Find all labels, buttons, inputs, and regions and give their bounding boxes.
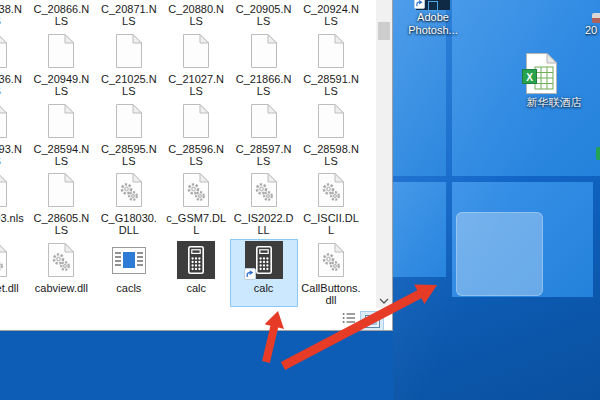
file-page-icon — [114, 0, 144, 1]
file-page-icon — [46, 170, 76, 210]
file-item[interactable]: C_21866.NLS — [231, 31, 297, 97]
file-item[interactable]: C_28591.NLS — [298, 31, 364, 97]
file-item[interactable]: C_20924.NLS — [298, 0, 364, 27]
dll-gears-icon — [46, 240, 76, 280]
photoshop-glyph — [428, 1, 438, 11]
large-icons-view-icon — [365, 315, 380, 328]
file-item[interactable]: C_20871.NLS — [96, 0, 162, 27]
file-label: C_28594.NLS — [31, 143, 91, 167]
file-item[interactable]: C_IS2022.DLL — [231, 170, 297, 236]
file-label: c_28603.nls — [0, 212, 24, 224]
file-item[interactable]: C_28597.NLS — [231, 101, 297, 167]
file-label: C_28593.NLS — [0, 143, 24, 167]
file-label: C_28597.NLS — [234, 143, 294, 167]
file-label: C_20838.NLS — [0, 3, 24, 27]
file-page-icon — [46, 0, 76, 1]
dll-gears-icon — [316, 240, 346, 280]
file-item[interactable]: C_ISCII.DLL — [298, 170, 364, 236]
dll-gears-icon — [114, 170, 144, 210]
file-page-icon — [249, 0, 279, 1]
details-view-icon — [342, 312, 356, 324]
file-page-icon — [249, 101, 279, 141]
svg-text:X: X — [526, 72, 533, 83]
photoshop-shortcut-label[interactable]: Adobe Photosh... — [400, 11, 466, 37]
partial-desktop-label: 20 — [585, 24, 600, 37]
partial-excel-icon-sliver — [596, 147, 600, 160]
file-item[interactable]: C_28594.NLS — [28, 101, 94, 167]
file-item[interactable]: C_28605.NLS — [28, 170, 94, 236]
file-label: C_ISCII.DLL — [301, 212, 361, 236]
file-label: C_20949.NLS — [31, 73, 91, 97]
dll-gears-icon — [0, 240, 9, 280]
label-line: Adobe — [400, 11, 466, 24]
file-page-icon — [46, 101, 76, 141]
file-item[interactable]: CallButtons.dll — [298, 240, 364, 306]
photoshop-shortcut-icon[interactable] — [416, 0, 450, 10]
file-label: C_20924.NLS — [301, 3, 361, 27]
app-window-icon — [112, 240, 146, 280]
file-item[interactable]: C_20949.NLS — [28, 31, 94, 97]
file-label: C_21866.NLS — [234, 73, 294, 97]
file-label: calc — [234, 282, 294, 294]
file-item[interactable]: C_28595.NLS — [96, 101, 162, 167]
file-page-icon — [0, 170, 9, 210]
file-page-icon — [0, 0, 9, 1]
file-item[interactable]: cabview.dll — [28, 240, 94, 306]
file-page-icon — [46, 31, 76, 71]
file-label: CallButtons.dll — [301, 282, 361, 306]
file-item[interactable]: C_20838.NLS — [0, 0, 27, 27]
wallpaper-pane — [393, 182, 446, 277]
file-page-icon — [249, 31, 279, 71]
excel-file-icon[interactable]: X — [522, 52, 559, 95]
file-label: C_28595.NLS — [99, 143, 159, 167]
file-label: C_20905.NLS — [234, 3, 294, 27]
dll-gears-icon — [249, 170, 279, 210]
calculator-icon — [177, 240, 215, 280]
file-item[interactable]: cacls — [96, 240, 162, 306]
file-page-icon — [316, 31, 346, 71]
file-page-icon — [0, 101, 9, 141]
dll-gears-icon — [316, 170, 346, 210]
file-label: cabinet.dll — [0, 282, 24, 294]
shortcut-arrow-icon — [244, 268, 256, 280]
file-item[interactable]: cabinet.dll — [0, 240, 27, 306]
shortcut-arrow-icon — [414, 0, 425, 9]
file-item[interactable]: C_20936.NLS — [0, 31, 27, 97]
file-item[interactable]: C_20905.NLS — [231, 0, 297, 27]
scrollbar-down-button[interactable] — [376, 294, 392, 308]
file-item[interactable]: C_20866.NLS — [28, 0, 94, 27]
label-line: Photosh... — [400, 24, 466, 37]
file-page-icon — [181, 0, 211, 1]
details-view-button[interactable] — [340, 310, 357, 326]
chevron-down-icon — [379, 298, 389, 304]
calculator-shortcut-icon — [245, 240, 283, 280]
file-item[interactable]: c_GSM7.DLL — [163, 170, 229, 236]
file-item[interactable]: C_G18030.DLL — [96, 170, 162, 236]
file-page-icon — [181, 101, 211, 141]
file-item[interactable]: C_20880.NLS — [163, 0, 229, 27]
file-item[interactable]: C_28598.NLS — [298, 101, 364, 167]
file-page-icon — [114, 101, 144, 141]
file-label: C_28591.NLS — [301, 73, 361, 97]
file-item[interactable]: C_21025.NLS — [96, 31, 162, 97]
file-label: C_20936.NLS — [0, 73, 24, 97]
translucent-tile[interactable] — [456, 212, 543, 296]
large-icons-view-button[interactable] — [361, 312, 383, 330]
partial-desktop-icon — [592, 13, 600, 23]
file-item[interactable]: calc — [231, 240, 297, 306]
file-item[interactable]: C_21027.NLS — [163, 31, 229, 97]
file-label: C_28605.NLS — [31, 212, 91, 236]
excel-file-label[interactable]: 新华联酒店 — [519, 96, 589, 109]
file-label: c_GSM7.DLL — [166, 212, 226, 236]
explorer-window: C_20838.NLSC_20866.NLSC_20871.NLSC_20880… — [0, 0, 393, 331]
file-label: C_G18030.DLL — [99, 212, 159, 236]
file-item[interactable]: c_28603.nls — [0, 170, 27, 236]
file-icon-grid: C_20838.NLSC_20866.NLSC_20871.NLSC_20880… — [0, 0, 376, 308]
file-item[interactable]: C_28593.NLS — [0, 101, 27, 167]
vertical-scrollbar[interactable] — [376, 0, 392, 308]
file-item[interactable]: calc — [163, 240, 229, 306]
scrollbar-thumb[interactable] — [378, 22, 390, 40]
file-label: C_28596.NLS — [166, 143, 226, 167]
file-label: calc — [166, 282, 226, 294]
file-item[interactable]: C_28596.NLS — [163, 101, 229, 167]
